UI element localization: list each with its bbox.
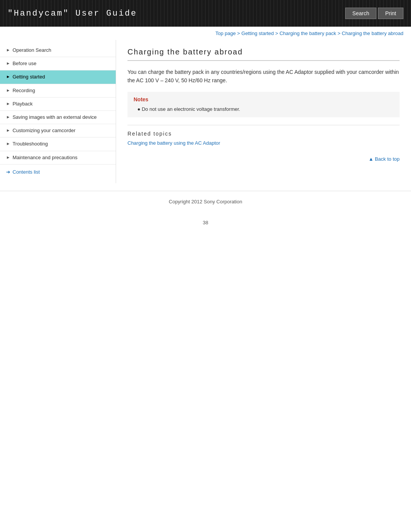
sidebar-item-customizing[interactable]: ► Customizing your camcorder: [0, 124, 116, 137]
sidebar-item-label: Saving images with an external device: [13, 114, 97, 121]
page-number: 38: [0, 212, 411, 233]
breadcrumb-separator-3: >: [338, 30, 342, 36]
sidebar-item-label: Playback: [13, 101, 33, 107]
breadcrumb-charging-battery-pack[interactable]: Charging the battery pack: [279, 30, 336, 36]
contents-list-link[interactable]: ➔ Contents list: [0, 165, 116, 179]
header-buttons: Search Print: [345, 8, 403, 19]
breadcrumb-separator-2: >: [275, 30, 279, 36]
arrow-icon: ►: [6, 115, 10, 119]
sidebar-item-playback[interactable]: ► Playback: [0, 97, 116, 111]
arrow-icon: ►: [6, 101, 10, 106]
content-description: You can charge the battery pack in any c…: [127, 68, 400, 85]
sidebar: ► Operation Search ► Before use ► Gettin…: [0, 40, 116, 183]
sidebar-item-operation-search[interactable]: ► Operation Search: [0, 44, 116, 57]
breadcrumb-getting-started[interactable]: Getting started: [241, 30, 274, 36]
arrow-icon: ►: [6, 141, 10, 146]
sidebar-item-label: Customizing your camcorder: [13, 127, 75, 134]
notes-title: Notes: [134, 96, 393, 102]
back-to-top-link[interactable]: Back to top: [368, 156, 400, 162]
related-topics-section: Related topics Charging the battery usin…: [127, 125, 400, 146]
sidebar-item-label: Maintenance and precautions: [13, 154, 78, 161]
sidebar-item-label: Recording: [13, 87, 35, 94]
print-button[interactable]: Print: [378, 8, 403, 19]
sidebar-item-label: Troubleshooting: [13, 141, 48, 147]
sidebar-item-getting-started[interactable]: ► Getting started: [0, 70, 116, 84]
site-header: "Handycam" User Guide Search Print: [0, 0, 411, 27]
breadcrumb-top-page[interactable]: Top page: [215, 30, 236, 36]
sidebar-item-troubleshooting[interactable]: ► Troubleshooting: [0, 137, 116, 151]
site-title: "Handycam" User Guide: [8, 9, 137, 18]
arrow-icon: ►: [6, 48, 10, 52]
copyright-text: Copyright 2012 Sony Corporation: [169, 199, 242, 204]
sidebar-item-before-use[interactable]: ► Before use: [0, 57, 116, 70]
arrow-icon: ►: [6, 128, 10, 133]
sidebar-item-maintenance[interactable]: ► Maintenance and precautions: [0, 151, 116, 165]
search-button[interactable]: Search: [345, 8, 376, 19]
breadcrumb-separator-1: >: [237, 30, 241, 36]
sidebar-item-saving-images[interactable]: ► Saving images with an external device: [0, 111, 116, 124]
breadcrumb-charging-abroad[interactable]: Charging the battery abroad: [342, 30, 403, 36]
notes-item: Do not use an electronic voltage transfo…: [134, 105, 393, 113]
sidebar-item-recording[interactable]: ► Recording: [0, 84, 116, 97]
contents-list-label: Contents list: [13, 169, 40, 175]
arrow-icon: ►: [6, 88, 10, 93]
sidebar-item-label: Getting started: [13, 73, 45, 80]
arrow-icon: ►: [6, 74, 10, 79]
related-link-ac-adaptor[interactable]: Charging the battery using the AC Adapto…: [127, 140, 220, 146]
page-title: Charging the battery abroad: [127, 48, 400, 61]
back-to-top: Back to top: [127, 152, 400, 162]
arrow-icon: ►: [6, 61, 10, 66]
arrow-right-icon: ➔: [6, 169, 10, 175]
arrow-icon: ►: [6, 155, 10, 160]
footer: Copyright 2012 Sony Corporation: [0, 191, 411, 212]
sidebar-item-label: Before use: [13, 60, 37, 67]
sidebar-item-label: Operation Search: [13, 47, 51, 54]
breadcrumb: Top page > Getting started > Charging th…: [0, 27, 411, 40]
main-content: Charging the battery abroad You can char…: [116, 40, 411, 183]
main-layout: ► Operation Search ► Before use ► Gettin…: [0, 40, 411, 183]
related-topics-title: Related topics: [127, 131, 400, 137]
notes-box: Notes Do not use an electronic voltage t…: [127, 92, 400, 118]
